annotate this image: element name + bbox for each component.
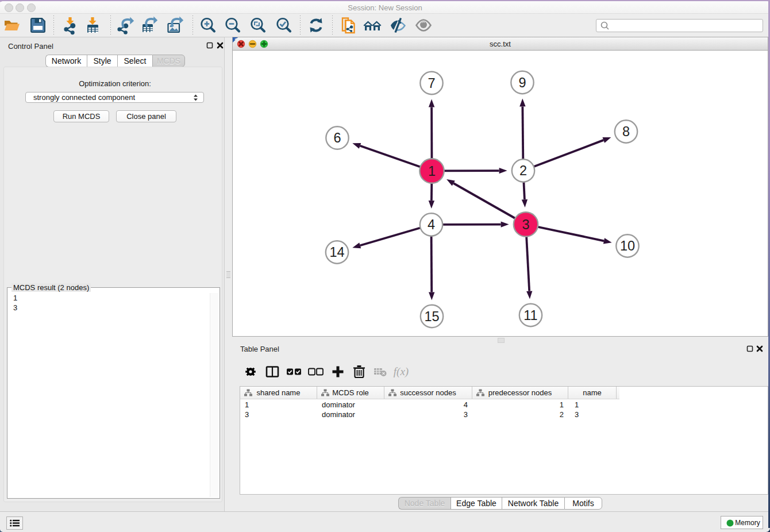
svg-text:6: 6 [333, 130, 341, 145]
svg-text:4: 4 [428, 217, 435, 232]
svg-text:2: 2 [519, 163, 527, 178]
svg-text:3: 3 [522, 217, 529, 232]
svg-text:15: 15 [424, 309, 439, 324]
svg-text:1: 1 [428, 164, 436, 179]
svg-text:14: 14 [329, 245, 344, 260]
svg-text:11: 11 [523, 308, 537, 323]
svg-text:9: 9 [518, 75, 526, 90]
svg-text:f(x): f(x) [394, 365, 409, 378]
svg-text:10: 10 [620, 238, 635, 253]
svg-text:7: 7 [428, 76, 435, 91]
svg-text:8: 8 [622, 124, 630, 139]
